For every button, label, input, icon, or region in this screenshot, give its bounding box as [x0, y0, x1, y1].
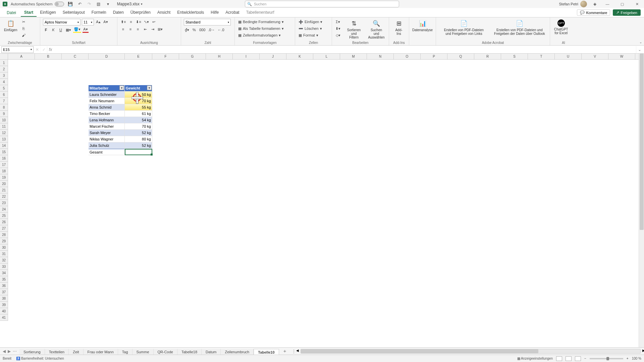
- ribbon-tab-seitenlayout[interactable]: Seitenlayout: [59, 9, 88, 17]
- format-cells-button[interactable]: ▦ Format ▾: [298, 32, 319, 38]
- formula-input[interactable]: [54, 46, 636, 53]
- expand-formula-icon[interactable]: ⌄: [636, 46, 643, 53]
- column-header[interactable]: K: [286, 54, 313, 60]
- file-tab[interactable]: Datei: [3, 9, 19, 16]
- sheet-tab-sortierung[interactable]: Sortierung: [19, 349, 45, 355]
- sheet-tab-zeilenumbruch[interactable]: Zeilenumbruch: [221, 349, 254, 355]
- sheet-tab-summe[interactable]: Summe: [132, 349, 154, 355]
- cell-D13[interactable]: Niklas Wagner: [89, 136, 125, 142]
- row-header[interactable]: 12: [0, 130, 8, 136]
- column-header[interactable]: S: [501, 54, 528, 60]
- column-header[interactable]: N: [367, 54, 394, 60]
- scroll-left-icon[interactable]: ◀: [296, 349, 299, 352]
- ribbon-tab-ansicht[interactable]: Ansicht: [154, 9, 174, 17]
- autosave-toggle[interactable]: Automatisches Speichern: [11, 2, 64, 6]
- sheet-tab-tabelle10[interactable]: Tabelle10: [254, 349, 279, 355]
- row-header[interactable]: 25: [0, 213, 8, 219]
- cell-E12[interactable]: 52 kg: [125, 130, 152, 136]
- camera-icon[interactable]: ▧: [96, 1, 102, 7]
- fill-handle[interactable]: [151, 154, 153, 156]
- row-header[interactable]: 23: [0, 200, 8, 206]
- cell-styles-button[interactable]: ▦ Zellenformatvorlagen ▾: [237, 32, 281, 38]
- row-header[interactable]: 41: [0, 314, 8, 321]
- ribbon-tab-hilfe[interactable]: Hilfe: [207, 9, 222, 17]
- increase-font-icon[interactable]: A▴: [95, 19, 101, 25]
- insert-cells-button[interactable]: ➕ Einfügen ▾: [298, 19, 323, 25]
- cancel-formula-icon[interactable]: ✕: [34, 46, 40, 53]
- row-header[interactable]: 22: [0, 193, 8, 200]
- row-header[interactable]: 19: [0, 174, 8, 181]
- row-header[interactable]: 28: [0, 232, 8, 238]
- row-header[interactable]: 5: [0, 85, 8, 92]
- ribbon-tab-überprüfen[interactable]: Überprüfen: [127, 9, 154, 17]
- accessibility-status[interactable]: ♿ Barrierefreiheit: Untersuchen: [16, 357, 64, 360]
- normal-view-icon[interactable]: [556, 356, 562, 361]
- row-header[interactable]: 37: [0, 289, 8, 295]
- cell-D15[interactable]: Gesamt: [89, 149, 125, 155]
- name-box[interactable]: E15▾: [1, 46, 34, 53]
- save-icon[interactable]: 💾: [67, 1, 73, 7]
- column-header[interactable]: U: [555, 54, 582, 60]
- zoom-in-icon[interactable]: +: [627, 357, 629, 360]
- thousands-icon[interactable]: 000: [199, 27, 206, 33]
- decrease-font-icon[interactable]: A▾: [103, 19, 109, 25]
- currency-icon[interactable]: ₫▾: [184, 27, 190, 33]
- cut-icon[interactable]: ✂: [20, 19, 26, 25]
- column-header[interactable]: L: [313, 54, 340, 60]
- cell-E11[interactable]: 70 kg: [125, 123, 152, 130]
- column-header[interactable]: W: [608, 54, 635, 60]
- column-header[interactable]: O: [394, 54, 421, 60]
- close-button[interactable]: ✕: [632, 1, 642, 7]
- row-header[interactable]: 3: [0, 72, 8, 79]
- column-header[interactable]: J: [260, 54, 286, 60]
- cell-D14[interactable]: Julia Schulz: [89, 142, 125, 149]
- column-header[interactable]: R: [474, 54, 501, 60]
- row-header[interactable]: 7: [0, 98, 8, 104]
- column-header[interactable]: H: [206, 54, 233, 60]
- zoom-slider[interactable]: [590, 358, 623, 359]
- number-format-select[interactable]: Standard▾: [184, 19, 231, 25]
- format-as-table-button[interactable]: ▦ Als Tabelle formatieren ▾: [237, 25, 284, 32]
- column-header[interactable]: F: [152, 54, 179, 60]
- sheet-tab-zeit[interactable]: Zeit: [69, 349, 83, 355]
- row-header[interactable]: 26: [0, 219, 8, 225]
- row-header[interactable]: 21: [0, 187, 8, 193]
- find-select-button[interactable]: 🔍Suchen und Auswählen: [367, 19, 386, 40]
- toggle-icon[interactable]: [55, 2, 64, 6]
- column-header[interactable]: T: [528, 54, 555, 60]
- sheet-tab-textteilen[interactable]: Textteilen: [45, 349, 69, 355]
- sheet-tab-tabelle18[interactable]: Tabelle18: [177, 349, 202, 355]
- column-header[interactable]: G: [179, 54, 206, 60]
- cell-E10[interactable]: 54 kg: [125, 117, 152, 123]
- ribbon-tab-start[interactable]: Start: [21, 9, 37, 17]
- row-header[interactable]: 4: [0, 79, 8, 85]
- ribbon-tab-acrobat[interactable]: Acrobat: [222, 9, 243, 17]
- maximize-button[interactable]: ▢: [617, 1, 627, 7]
- align-bottom-icon[interactable]: ⬇≡: [135, 19, 142, 25]
- row-header[interactable]: 17: [0, 162, 8, 168]
- row-header[interactable]: 6: [0, 92, 8, 98]
- row-header[interactable]: 33: [0, 263, 8, 270]
- add-sheet-button[interactable]: ＋: [279, 348, 290, 354]
- chatgpt-button[interactable]: GPTChatGPT for Excel: [553, 19, 570, 36]
- file-name[interactable]: Mappe3.xlsx▾: [117, 2, 143, 6]
- autosum-icon[interactable]: Σ▾: [335, 19, 341, 25]
- cell-E5[interactable]: Gewicht▾: [125, 85, 152, 92]
- display-settings-button[interactable]: ▦ Anzeigeeinstellungen: [517, 357, 553, 360]
- cell-D7[interactable]: Felix Neumann: [89, 98, 125, 104]
- column-header[interactable]: V: [582, 54, 608, 60]
- sort-filter-button[interactable]: ⇅Sortieren und Filtern: [343, 19, 365, 40]
- row-header[interactable]: 13: [0, 136, 8, 142]
- underline-button[interactable]: U: [58, 27, 64, 33]
- page-layout-view-icon[interactable]: [566, 356, 572, 361]
- merge-icon[interactable]: ⊞▾: [157, 26, 163, 32]
- cell-E6[interactable]: 50 kg: [125, 92, 152, 98]
- cell-E14[interactable]: 52 kg: [125, 142, 152, 149]
- ribbon-tab-tabellenentwurf[interactable]: Tabellenentwurf: [243, 9, 278, 17]
- undo-icon[interactable]: ↶: [77, 1, 83, 7]
- row-header[interactable]: 29: [0, 238, 8, 244]
- row-header[interactable]: 30: [0, 244, 8, 251]
- row-header[interactable]: 34: [0, 270, 8, 276]
- row-header[interactable]: 14: [0, 142, 8, 149]
- cell-D11[interactable]: Marcel Fischer: [89, 123, 125, 130]
